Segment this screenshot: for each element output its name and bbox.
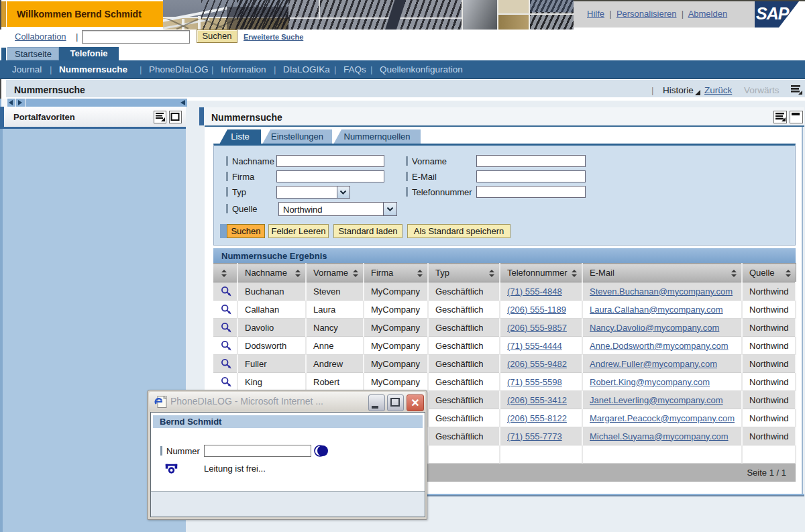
svg-text:SAP: SAP (756, 4, 790, 23)
